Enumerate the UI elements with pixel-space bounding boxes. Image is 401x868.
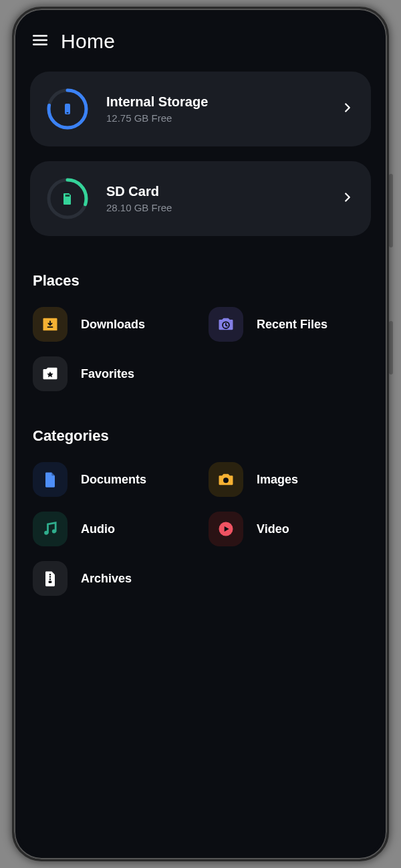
music-icon bbox=[33, 512, 68, 546]
svg-rect-9 bbox=[65, 195, 67, 197]
place-recent-files[interactable]: Recent Files bbox=[209, 307, 371, 342]
chevron-right-icon bbox=[340, 190, 355, 207]
svg-rect-10 bbox=[67, 195, 68, 197]
menu-icon[interactable] bbox=[31, 31, 49, 51]
tile-label: Favorites bbox=[81, 367, 134, 381]
tile-label: Downloads bbox=[81, 318, 145, 332]
categorie-archives[interactable]: Archives bbox=[33, 561, 195, 596]
place-downloads[interactable]: Downloads bbox=[33, 307, 195, 342]
tile-label: Images bbox=[257, 473, 298, 487]
sdcard-ring-icon bbox=[46, 177, 89, 220]
categorie-audio[interactable]: Audio bbox=[33, 512, 195, 546]
page-title: Home bbox=[61, 30, 115, 53]
categorie-images[interactable]: Images bbox=[209, 462, 371, 497]
svg-rect-19 bbox=[49, 578, 51, 580]
svg-rect-20 bbox=[49, 581, 52, 584]
phone-ring-icon bbox=[46, 88, 89, 130]
svg-point-15 bbox=[52, 529, 56, 533]
phone-frame: Home Internal Storage 12.75 GB Free SD C… bbox=[12, 7, 389, 861]
storage-subtitle: 28.10 GB Free bbox=[106, 202, 323, 213]
svg-point-14 bbox=[44, 531, 48, 535]
section-places-title: Places bbox=[33, 272, 371, 290]
file-icon bbox=[33, 462, 68, 497]
svg-rect-6 bbox=[67, 112, 69, 113]
categorie-documents[interactable]: Documents bbox=[33, 462, 195, 497]
tile-label: Audio bbox=[81, 522, 115, 536]
app-bar: Home bbox=[30, 25, 371, 57]
storage-subtitle: 12.75 GB Free bbox=[106, 112, 323, 124]
tile-label: Documents bbox=[81, 473, 146, 487]
download-icon bbox=[33, 307, 68, 342]
tile-label: Video bbox=[257, 522, 289, 536]
svg-point-13 bbox=[223, 477, 229, 483]
svg-rect-17 bbox=[49, 574, 51, 575]
storage-title: SD Card bbox=[106, 184, 323, 199]
place-favorites[interactable]: Favorites bbox=[33, 356, 195, 391]
storage-card-internal-storage[interactable]: Internal Storage 12.75 GB Free bbox=[30, 72, 371, 146]
svg-rect-11 bbox=[68, 195, 70, 197]
play-icon bbox=[209, 512, 243, 546]
device-side-button bbox=[389, 321, 393, 374]
archive-icon bbox=[33, 561, 68, 596]
clock-icon bbox=[209, 307, 243, 342]
device-side-button bbox=[389, 174, 393, 247]
tile-label: Archives bbox=[81, 572, 132, 586]
storage-card-sd-card[interactable]: SD Card 28.10 GB Free bbox=[30, 161, 371, 236]
chevron-right-icon bbox=[340, 100, 355, 118]
star-icon bbox=[33, 356, 68, 391]
camera-icon bbox=[209, 462, 243, 497]
storage-title: Internal Storage bbox=[106, 94, 323, 110]
app-screen: Home Internal Storage 12.75 GB Free SD C… bbox=[18, 13, 383, 855]
tile-label: Recent Files bbox=[257, 318, 327, 332]
section-categories-title: Categories bbox=[33, 427, 371, 445]
svg-rect-18 bbox=[49, 576, 51, 578]
categorie-video[interactable]: Video bbox=[209, 512, 371, 546]
